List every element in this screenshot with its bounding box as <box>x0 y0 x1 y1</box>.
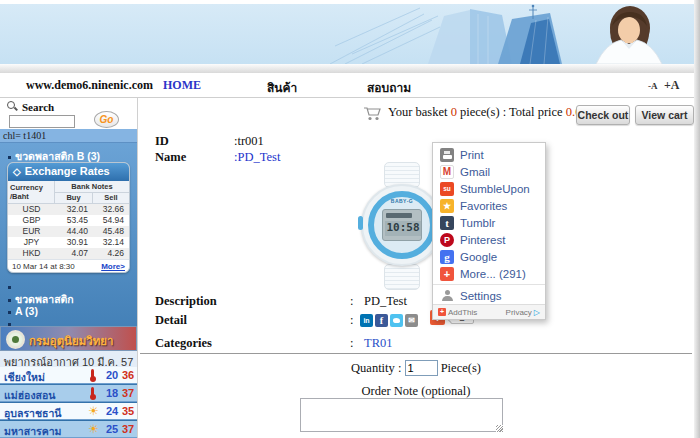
weather-row-chiangmai[interactable]: เชียงใหม่ 20 36 <box>0 367 137 384</box>
menu-item-google[interactable]: Google <box>433 248 545 265</box>
exchange-row: EUR 44.40 45.48 <box>8 226 129 237</box>
product-id-label: ID <box>155 134 169 148</box>
exchange-rates-widget: ◇Exchange Rates Currency /Baht Bank Note… <box>7 162 130 273</box>
thermometer-icon <box>88 369 98 382</box>
pinterest-icon <box>440 233 454 247</box>
exchange-more-link[interactable]: More> <box>101 262 125 271</box>
search-go-button[interactable]: Go <box>94 111 119 128</box>
detail-label: Detail <box>155 313 187 328</box>
font-size-decrease-button[interactable]: -A <box>648 81 658 91</box>
bullet-icon <box>8 299 11 302</box>
window-edge-strip <box>694 0 700 438</box>
menu-item-tumblr[interactable]: Tumblr <box>433 214 545 231</box>
product-id-row: ID <box>155 134 169 149</box>
exchange-rates-header: ◇Exchange Rates <box>8 163 129 181</box>
addthis-share-menu: Print Gmail StumbleUpon Favorites Tumblr… <box>432 142 546 320</box>
sidebar: Search Go chl= t1401 ขวดพลาสติก B (3) ◇E… <box>0 98 137 438</box>
product-name-link[interactable]: :PD_Test <box>234 150 280 165</box>
weather-forecast-title: พยากรณ์อากาศ 10 มี.ค. 57 <box>0 351 137 367</box>
email-share-icon[interactable] <box>405 314 418 327</box>
twitter-share-icon[interactable] <box>390 314 403 327</box>
addthis-menu-footer: + AddThis Privacy ▷ <box>433 304 545 319</box>
menu-item-gmail[interactable]: Gmail <box>433 163 545 180</box>
menu-item-print[interactable]: Print <box>433 146 545 163</box>
textarea-resize-handle[interactable] <box>496 425 503 432</box>
basket-count: 0 <box>451 105 457 119</box>
menu-item-settings[interactable]: Settings <box>433 287 545 304</box>
gmail-icon <box>440 165 454 179</box>
menu-separator <box>433 284 545 285</box>
search-input[interactable] <box>9 115 75 128</box>
sidebar-item-a3[interactable]: A (3) <box>8 305 38 317</box>
detail-colon: : <box>350 313 353 328</box>
order-note-label: Order Note (optional) <box>138 384 694 399</box>
menu-item-favorites[interactable]: Favorites <box>433 197 545 214</box>
view-cart-button[interactable]: View cart <box>635 105 694 125</box>
categories-colon: : <box>350 336 353 351</box>
person-icon <box>440 289 454 303</box>
description-colon: : <box>350 294 353 309</box>
description-label: Description <box>155 294 217 309</box>
exchange-row: GBP 53.45 54.94 <box>8 215 129 226</box>
categories-label: Categories <box>155 336 212 351</box>
google-icon <box>440 250 454 264</box>
quantity-unit: Piece(s) <box>441 361 481 375</box>
weather-row-mahasarakham[interactable]: มหาสารคาม 25 37 <box>0 421 137 438</box>
facebook-share-icon[interactable] <box>375 314 388 327</box>
exchange-row: HKD 4.07 4.26 <box>8 248 129 259</box>
bullet-icon <box>8 156 11 159</box>
privacy-link[interactable]: Privacy ▷ <box>506 308 540 317</box>
weather-row-ubon[interactable]: อุบลราชธานี 24 35 <box>0 403 137 420</box>
watch-bezel: BABY-G 10:58 <box>368 191 436 259</box>
watch-brand-text: BABY-G <box>374 198 430 204</box>
linkedin-share-icon[interactable] <box>360 314 373 327</box>
product-id-value: :tr001 <box>234 134 264 149</box>
quantity-row: Quantity : Piece(s) <box>138 360 694 376</box>
stumbleupon-icon <box>440 182 454 196</box>
category-link-tr01[interactable]: TR01 <box>364 336 392 351</box>
adchoices-icon: ▷ <box>534 308 540 317</box>
diamond-icon: ◇ <box>13 166 21 177</box>
watch-lcd-alarm-bar <box>386 213 412 218</box>
watch-strap-bottom <box>384 264 420 290</box>
watch-lcd-time: 10:58 <box>385 221 421 236</box>
search-label: Search <box>22 101 54 113</box>
sun-icon <box>88 423 98 436</box>
channel-id-label: chl= t1401 <box>0 129 137 143</box>
nav-contact-link[interactable]: สอบถาม <box>367 78 411 97</box>
meteorological-dept-logo <box>6 330 25 349</box>
menu-item-pinterest[interactable]: Pinterest <box>433 231 545 248</box>
star-icon <box>440 199 454 213</box>
search-block: Search Go <box>0 98 137 129</box>
checkout-button[interactable]: Check out <box>576 105 630 125</box>
quantity-input[interactable] <box>405 360 438 376</box>
header-banner <box>0 4 694 64</box>
order-note-textarea[interactable] <box>300 398 503 432</box>
addthis-brand-link[interactable]: + AddThis <box>438 308 477 317</box>
nav-products-link[interactable]: สินค้า <box>267 78 297 97</box>
site-domain: www.demo6.ninenic.com <box>26 78 153 93</box>
product-name-row: Name <box>155 150 186 165</box>
cart-icon <box>363 106 383 121</box>
plus-icon <box>440 267 454 281</box>
bullet-icon <box>8 286 11 289</box>
nav-home-link[interactable]: HOME <box>163 78 201 93</box>
product-name-label: Name <box>155 150 186 164</box>
banner-buildings-illustration <box>0 4 694 64</box>
menu-item-stumbleupon[interactable]: StumbleUpon <box>433 180 545 197</box>
main-content: Your basket 0 piece(s) : Total price 0.0… <box>138 98 694 438</box>
tumblr-icon <box>440 216 454 230</box>
bullet-icon <box>8 311 11 314</box>
font-size-increase-button[interactable]: +A <box>664 78 680 93</box>
weather-row-maehongson[interactable]: แม่ฮ่องสอน 18 37 <box>0 385 137 402</box>
exchange-row: JPY 30.91 32.14 <box>8 237 129 248</box>
thermometer-icon <box>88 387 98 400</box>
sun-icon <box>88 405 98 418</box>
exchange-updated-timestamp: 10 Mar 14 at 8:30 <box>12 262 75 271</box>
basket-bar: Your basket 0 piece(s) : Total price 0.0… <box>138 101 694 123</box>
weather-agency-banner: กรมอุตุนิยมวิทยา <box>0 326 137 351</box>
description-value: PD_Test <box>364 294 407 309</box>
printer-icon <box>440 148 454 162</box>
menu-item-more[interactable]: More... (291) <box>433 265 545 282</box>
watch-lcd: 10:58 <box>382 209 422 241</box>
